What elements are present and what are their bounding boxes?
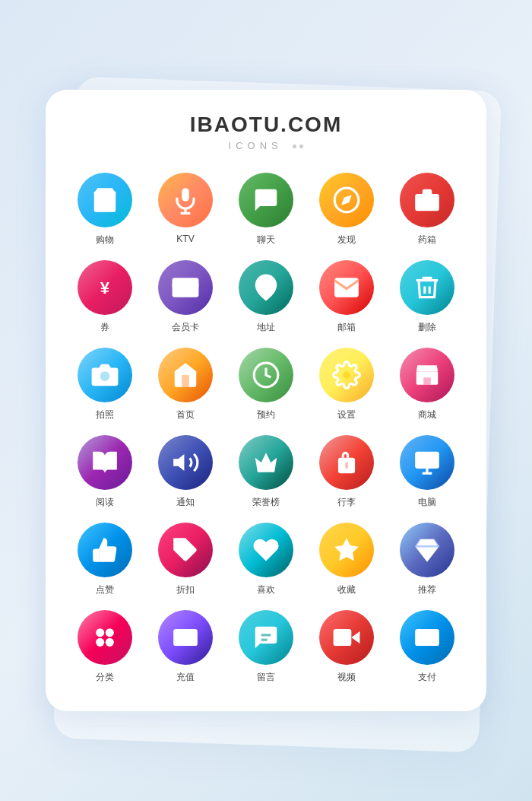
icon-item-recharge[interactable]: ¥充值	[149, 610, 222, 684]
svg-point-13	[100, 371, 110, 381]
icon-label-like: 点赞	[96, 583, 114, 596]
icon-circle-discover	[319, 173, 374, 227]
icon-circle-medicine	[400, 173, 454, 227]
icon-item-home[interactable]: 首页	[149, 348, 222, 421]
icon-label-mail: 邮箱	[337, 321, 356, 334]
icon-label-address: 地址	[257, 321, 275, 334]
icon-item-delete[interactable]: 删除	[391, 260, 464, 334]
icon-circle-booking	[239, 348, 293, 402]
icon-item-coupon[interactable]: ¥券	[68, 260, 141, 334]
icon-item-notify[interactable]: 通知	[149, 435, 222, 509]
icon-label-reading: 阅读	[96, 496, 114, 509]
icon-item-chat[interactable]: 聊天	[230, 173, 302, 246]
svg-text:¥: ¥	[100, 278, 110, 297]
icon-circle-recommend	[400, 523, 454, 577]
icon-circle-home	[158, 348, 213, 402]
svg-rect-10	[173, 278, 199, 297]
icon-circle-discount	[158, 523, 213, 577]
svg-point-27	[106, 628, 114, 637]
icon-item-photo[interactable]: 拍照	[68, 348, 141, 421]
icon-circle-settings	[319, 348, 374, 402]
icon-circle-luggage	[319, 435, 374, 490]
icon-circle-rank	[239, 435, 293, 490]
icon-label-home: 首页	[176, 408, 195, 421]
icon-item-rank[interactable]: 荣誉榜	[230, 435, 302, 509]
icon-label-mall: 商城	[418, 408, 436, 421]
header: IBAOTU.COM ICONS	[61, 113, 471, 151]
icon-label-comment: 留言	[257, 671, 275, 684]
icon-circle-ktv	[158, 173, 213, 227]
icon-item-like[interactable]: 点赞	[68, 523, 141, 596]
icon-label-notify: 通知	[176, 496, 195, 509]
icon-circle-mail	[319, 260, 374, 315]
icon-label-delete: 删除	[418, 321, 436, 334]
icon-label-recommend: 推荐	[418, 583, 436, 596]
icon-item-video[interactable]: 视频	[310, 610, 383, 684]
icon-circle-comment	[239, 610, 293, 665]
icon-circle-video	[319, 610, 374, 665]
icon-label-ktv: KTV	[176, 234, 194, 244]
icon-circle-category	[78, 610, 132, 665]
svg-rect-21	[415, 452, 439, 469]
icon-circle-mall	[400, 348, 454, 402]
icon-label-rank: 荣誉榜	[252, 496, 280, 509]
icon-item-recommend[interactable]: 推荐	[391, 523, 464, 596]
icon-label-settings: 设置	[337, 408, 356, 421]
icon-item-reading[interactable]: 阅读	[68, 435, 141, 509]
icon-item-ktv[interactable]: KTV	[149, 173, 222, 246]
svg-marker-34	[351, 631, 359, 644]
icon-item-medicine[interactable]: 药箱	[391, 173, 464, 246]
icon-item-computer[interactable]: 电脑	[391, 435, 464, 509]
icon-item-mall[interactable]: 商城	[391, 348, 464, 421]
icon-circle-favorite	[239, 523, 293, 577]
icon-item-address[interactable]: 地址	[230, 260, 302, 334]
icon-circle-delete	[400, 260, 454, 315]
icon-item-collect[interactable]: 收藏	[310, 523, 383, 596]
icon-item-mail[interactable]: 邮箱	[310, 260, 383, 334]
icon-item-settings[interactable]: 设置	[310, 348, 383, 421]
svg-text:¥: ¥	[182, 630, 189, 645]
icon-circle-collect	[319, 523, 374, 577]
icon-label-recharge: 充值	[176, 671, 195, 684]
icon-label-booking: 预约	[257, 408, 275, 421]
icon-circle-computer	[400, 435, 454, 490]
icon-label-vip: 会员卡	[172, 321, 199, 334]
header-subtitle: ICONS	[61, 140, 471, 151]
site-title: IBAOTU.COM	[61, 113, 471, 137]
icon-circle-like	[78, 523, 132, 577]
icon-item-booking[interactable]: 预约	[230, 348, 302, 421]
svg-text:¥: ¥	[423, 630, 431, 645]
svg-point-29	[106, 638, 114, 647]
icon-circle-address	[239, 260, 293, 315]
icon-label-coupon: 券	[100, 321, 109, 334]
svg-marker-5	[341, 195, 351, 205]
svg-point-15	[343, 371, 350, 379]
svg-point-26	[96, 628, 104, 637]
icon-circle-vip	[158, 260, 213, 315]
icon-item-vip[interactable]: 会员卡	[149, 260, 222, 334]
icon-item-luggage[interactable]: 行李	[310, 435, 383, 509]
svg-rect-17	[423, 377, 431, 385]
icon-item-discount[interactable]: 折扣	[149, 523, 222, 596]
svg-point-12	[262, 281, 270, 289]
icon-item-discover[interactable]: 发现	[310, 173, 383, 246]
icon-circle-pay: ¥	[400, 610, 454, 665]
icon-item-favorite[interactable]: 喜欢	[230, 523, 302, 596]
icon-label-favorite: 喜欢	[257, 583, 275, 596]
icon-label-discover: 发现	[337, 234, 356, 246]
icon-label-discount: 折扣	[176, 583, 195, 596]
icon-circle-notify	[158, 435, 213, 490]
icon-item-category[interactable]: 分类	[68, 610, 141, 684]
svg-rect-1	[182, 188, 189, 201]
icon-circle-recharge: ¥	[158, 610, 213, 665]
svg-marker-18	[173, 454, 184, 471]
icon-item-pay[interactable]: ¥支付	[391, 610, 464, 684]
svg-marker-25	[334, 538, 359, 561]
icon-circle-photo	[78, 348, 132, 402]
icon-circle-chat	[239, 173, 293, 227]
svg-rect-35	[334, 629, 352, 646]
icon-label-pay: 支付	[418, 671, 436, 684]
icon-item-comment[interactable]: 留言	[230, 610, 302, 684]
icon-item-shopping[interactable]: 购物	[68, 173, 141, 246]
icon-label-medicine: 药箱	[418, 234, 436, 246]
